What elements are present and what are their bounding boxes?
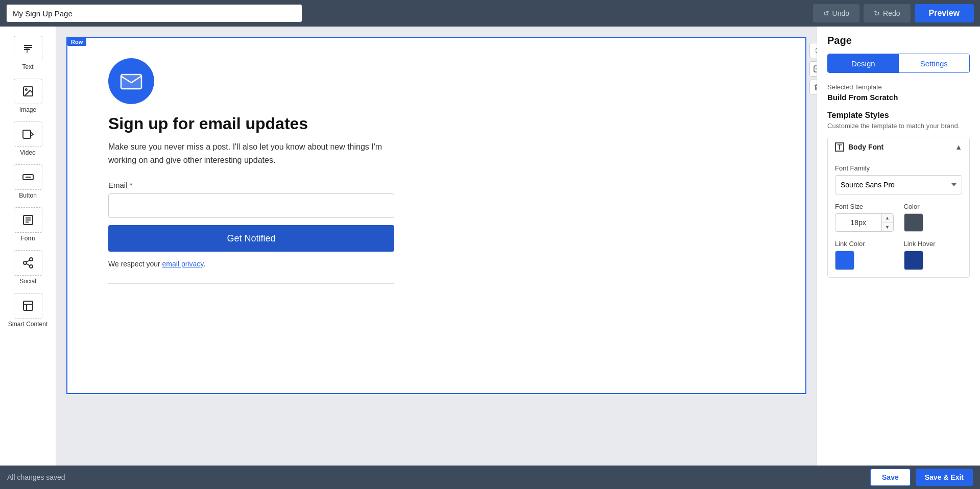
panel-tabs: Design Settings [827, 54, 970, 73]
tab-design[interactable]: Design [828, 54, 899, 72]
selected-template-label: Selected Template [827, 83, 970, 91]
image-icon-box [14, 79, 42, 104]
preview-button[interactable]: Preview [915, 4, 974, 22]
email-input[interactable] [108, 193, 394, 218]
link-color-col: Link Color [835, 240, 894, 270]
page-row: Row [66, 37, 806, 394]
left-sidebar: T Text Image Video [0, 27, 56, 466]
body-font-t-icon: T [835, 142, 844, 152]
save-status: All changes saved [7, 473, 65, 481]
sidebar-item-smart-content[interactable]: Smart Content [0, 289, 56, 332]
form-icon-box [14, 207, 42, 233]
sidebar-item-image[interactable]: Image [0, 75, 56, 117]
move-row-button[interactable] [809, 43, 817, 58]
row-controls [809, 43, 817, 95]
link-color-swatch[interactable] [835, 251, 854, 270]
color-label: Color [904, 203, 963, 210]
sidebar-item-form[interactable]: Form [0, 203, 56, 246]
privacy-link[interactable]: email privacy [162, 260, 204, 268]
bottombar: All changes saved Save Save & Exit [0, 466, 980, 489]
svg-line-17 [26, 264, 30, 266]
sidebar-item-button[interactable]: Button [0, 160, 56, 203]
add-row-button[interactable] [809, 61, 817, 77]
smart-content-icon-box [14, 293, 42, 319]
accordion-header-body-font[interactable]: T Body Font ▲ [828, 137, 969, 157]
link-hover-swatch[interactable] [904, 251, 923, 270]
signup-heading: Sign up for email updates [108, 114, 764, 133]
email-field-label: Email * [108, 181, 764, 189]
font-size-control: 18px ▲ ▼ [835, 213, 894, 232]
svg-point-16 [30, 265, 33, 268]
font-size-down-button[interactable]: ▼ [882, 223, 893, 232]
topbar: ↺ Undo ↻ Redo Preview [0, 0, 980, 27]
svg-text:T: T [26, 48, 29, 54]
page-title-input[interactable] [6, 4, 302, 22]
panel-body: Selected Template Build From Scratch Tem… [817, 83, 980, 288]
save-exit-button[interactable]: Save & Exit [916, 469, 973, 486]
email-icon-circle [108, 58, 154, 104]
button-icon-box [14, 164, 42, 190]
link-color-row: Link Color Link Hover [835, 240, 962, 270]
selected-template-value: Build From Scratch [827, 93, 970, 102]
svg-point-14 [30, 258, 33, 261]
get-notified-button[interactable]: Get Notified [108, 225, 394, 252]
section-divider [108, 283, 394, 284]
right-panel: Page Design Settings Selected Template B… [817, 27, 980, 466]
panel-header: Page Design Settings [817, 27, 980, 73]
redo-button[interactable]: ↻ Redo [864, 4, 910, 22]
svg-rect-6 [23, 130, 31, 138]
template-styles-desc: Customize the template to match your bra… [827, 122, 970, 130]
tab-settings[interactable]: Settings [899, 54, 970, 72]
sidebar-item-social[interactable]: Social [0, 246, 56, 289]
chevron-up-icon: ▲ [955, 143, 962, 151]
svg-marker-7 [31, 132, 33, 136]
sidebar-item-video[interactable]: Video [0, 117, 56, 160]
undo-icon: ↺ [823, 9, 829, 17]
svg-point-15 [23, 261, 27, 264]
svg-point-5 [26, 89, 27, 90]
canvas-area[interactable]: Row [56, 27, 817, 466]
font-size-label: Font Size [835, 203, 894, 210]
accordion-body: Font Family Source Sans Pro Font Size 18… [828, 157, 969, 277]
undo-button[interactable]: ↺ Undo [813, 4, 859, 22]
font-family-label: Font Family [835, 164, 962, 172]
link-color-label: Link Color [835, 240, 894, 248]
link-hover-col: Link Hover [904, 240, 963, 270]
svg-line-18 [26, 260, 30, 262]
color-swatch[interactable] [904, 213, 923, 232]
font-family-select[interactable]: Source Sans Pro [835, 175, 962, 194]
panel-title: Page [827, 35, 970, 46]
link-hover-label: Link Hover [904, 240, 963, 248]
signup-description: Make sure you never miss a post. I'll al… [108, 140, 394, 166]
font-size-col: Font Size 18px ▲ ▼ [835, 203, 894, 232]
body-font-accordion: T Body Font ▲ Font Family Source Sans Pr… [827, 137, 970, 278]
template-styles-title: Template Styles [827, 111, 970, 120]
main-layout: T Text Image Video [0, 27, 980, 466]
font-size-value: 18px [835, 218, 881, 227]
social-icon-box [14, 250, 42, 276]
font-size-up-button[interactable]: ▲ [882, 213, 893, 223]
video-icon-box [14, 121, 42, 147]
text-icon-box: T [14, 36, 42, 61]
privacy-text: We respect your email privacy. [108, 260, 764, 268]
redo-icon: ↻ [874, 9, 880, 17]
svg-rect-29 [121, 75, 141, 89]
sidebar-item-text[interactable]: T Text [0, 32, 56, 75]
svg-rect-19 [23, 301, 33, 310]
row-badge: Row [67, 38, 86, 46]
color-col: Color [904, 203, 963, 232]
delete-row-button[interactable] [809, 80, 817, 95]
save-button[interactable]: Save [870, 469, 911, 486]
font-settings-row: Font Size 18px ▲ ▼ Color [835, 203, 962, 232]
